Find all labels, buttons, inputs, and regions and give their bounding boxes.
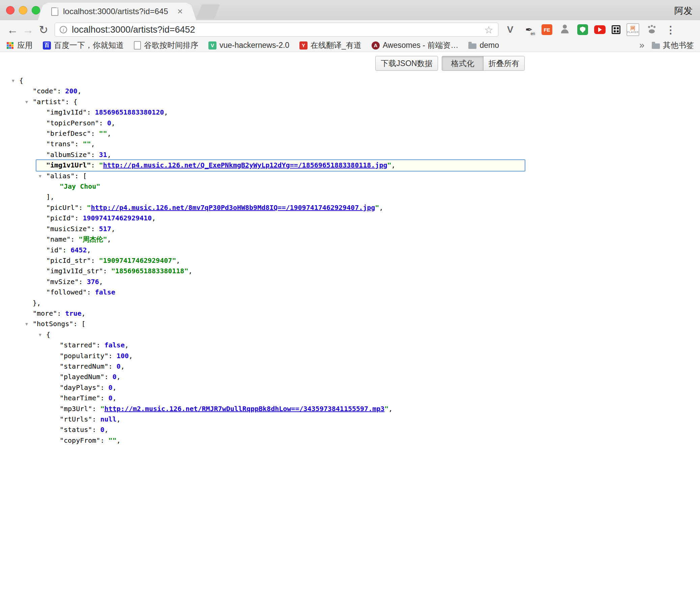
json-token: "mp3Url"	[60, 405, 92, 413]
translate-pen-extension-icon[interactable]: ✒ en	[523, 23, 535, 36]
json-token: "popularity"	[60, 352, 109, 360]
youtube-extension-icon[interactable]	[594, 25, 606, 34]
bookmarks-right-group: » 其他书签	[639, 40, 694, 51]
baidu-icon: 百	[43, 41, 51, 50]
json-view: ▼{"code": 200,▼"artist": {"img1v1Id": 18…	[0, 75, 700, 446]
green-shield-extension-icon[interactable]	[577, 24, 588, 35]
json-token: :	[104, 373, 112, 381]
tab-close-icon[interactable]: ×	[177, 7, 183, 16]
json-token: ,	[129, 352, 133, 360]
json-line: "starredNum": 0,	[0, 361, 700, 372]
v-extension-icon[interactable]: V	[504, 23, 517, 36]
json-token: ,	[379, 204, 383, 212]
json-line: ▼"alias": [	[0, 171, 700, 181]
json-token: "周杰伦"	[79, 235, 107, 243]
json-url-link[interactable]: http://m2.music.126.net/RMJR7wDullRqppBk…	[104, 405, 384, 413]
json-token: ,	[388, 405, 392, 413]
forward-button[interactable]: →	[20, 24, 36, 35]
bookmark-youdao-translate[interactable]: Y 在线翻译_有道	[299, 40, 361, 51]
json-token: 100	[117, 352, 129, 360]
person-extension-icon[interactable]	[558, 23, 571, 36]
json-token: :	[91, 129, 99, 137]
bookmark-apps[interactable]: 应用	[6, 40, 33, 51]
json-url-link[interactable]: http://p4.music.126.net/Q_ExePNkmgB2yWyL…	[103, 161, 387, 169]
json-token: "19097417462929407"	[99, 256, 176, 265]
bookmark-star-icon[interactable]: ☆	[484, 24, 493, 36]
close-window-button[interactable]	[6, 6, 14, 14]
json-token: "	[99, 161, 103, 169]
json-token: :	[99, 119, 107, 127]
page-info-icon[interactable]: i	[60, 26, 67, 33]
json-token: ,	[117, 415, 121, 423]
json-token: "topicPerson"	[46, 119, 99, 127]
bookmark-label: 应用	[17, 40, 33, 51]
folder-icon	[468, 43, 476, 49]
json-token: "	[87, 204, 91, 212]
json-token: ,	[99, 278, 103, 286]
json-token: :	[91, 256, 99, 265]
address-bar[interactable]: i localhost:3000/artists?id=6452 ☆	[55, 23, 498, 37]
bookmark-label: vue-hackernews-2.0	[220, 41, 289, 50]
bookmark-google-sort[interactable]: 谷歌按时间排序	[134, 40, 198, 51]
json-token: :	[100, 436, 108, 444]
json-token: ,	[117, 436, 121, 444]
json-token: "img1v1Id_str"	[46, 267, 103, 275]
minimize-window-button[interactable]	[19, 6, 27, 14]
bookmark-vue-hackernews[interactable]: V vue-hackernews-2.0	[208, 41, 289, 50]
page-content: 下载JSON数据 格式化 折叠所有 ▼{"code": 200,▼"artist…	[0, 52, 700, 446]
bookmarks-overflow-icon[interactable]: »	[639, 40, 644, 51]
json-token: "name"	[46, 235, 70, 243]
json-token: :	[79, 204, 87, 212]
json-url-link[interactable]: http://p4.music.126.net/8mv7qP30Pd3oHW8b…	[91, 204, 375, 212]
document-icon	[134, 41, 141, 50]
json-token: "starredNum"	[60, 362, 109, 370]
json-token: "id"	[46, 246, 62, 254]
json-line: ▼{	[0, 330, 700, 340]
json-line: "picUrl": "http://p4.music.126.net/8mv7q…	[0, 203, 700, 213]
profile-name[interactable]: 阿发	[674, 5, 693, 17]
json-line: "playedNum": 0,	[0, 372, 700, 382]
json-token: "picId"	[46, 214, 75, 222]
json-line: "code": 200,	[0, 86, 700, 96]
json-token: {	[19, 76, 23, 85]
bookmark-label: 在线翻译_有道	[311, 40, 361, 51]
json-token: true	[65, 309, 81, 317]
collapse-toggle-icon[interactable]: ▼	[36, 171, 44, 181]
browser-menu-button[interactable]: ⋮	[664, 23, 677, 36]
music-player-extension-icon[interactable]: 网 PLAYER	[626, 23, 639, 36]
en-badge: en	[530, 31, 535, 36]
extension-icons-row: V ✒ en FE 网 PLAYE	[504, 23, 677, 36]
fe-extension-icon[interactable]: FE	[542, 24, 552, 35]
reload-button[interactable]: ↻	[36, 24, 51, 35]
fe-label: FE	[544, 27, 550, 33]
json-line: "dayPlays": 0,	[0, 382, 700, 393]
bookmark-demo-folder[interactable]: demo	[468, 41, 499, 50]
fullscreen-window-button[interactable]	[32, 6, 40, 14]
json-token: :	[92, 415, 100, 423]
other-bookmarks-folder[interactable]: 其他书签	[652, 40, 694, 51]
json-token: "img1v1Url"	[46, 161, 91, 169]
collapse-toggle-icon[interactable]: ▼	[36, 330, 44, 340]
active-tab[interactable]: localhost:3000/artists?id=645 ×	[45, 3, 189, 20]
bookmark-label: 谷歌按时间排序	[144, 40, 198, 51]
url-text[interactable]: localhost:3000/artists?id=6452	[72, 25, 484, 35]
qr-extension-icon[interactable]	[612, 25, 620, 34]
collapse-all-button[interactable]: 折叠所有	[483, 56, 525, 71]
collapse-toggle-icon[interactable]: ▼	[9, 75, 17, 86]
json-token: :	[100, 394, 108, 402]
bookmark-baidu[interactable]: 百 百度一下，你就知道	[43, 40, 124, 51]
json-token: "img1v1Id"	[46, 108, 87, 116]
json-token: 18569651883380120	[95, 108, 164, 116]
vue-icon: V	[208, 41, 216, 50]
json-token: :	[109, 352, 117, 360]
format-button[interactable]: 格式化	[442, 56, 484, 71]
collapse-toggle-icon[interactable]: ▼	[23, 97, 30, 107]
paw-extension-icon[interactable]	[645, 23, 658, 36]
json-line: "topicPerson": 0,	[0, 118, 700, 128]
new-tab-button[interactable]	[196, 4, 220, 19]
collapse-toggle-icon[interactable]: ▼	[23, 319, 30, 329]
back-button[interactable]: ←	[5, 24, 20, 35]
download-json-button[interactable]: 下载JSON数据	[375, 56, 438, 71]
bookmark-awesomes[interactable]: A Awesomes - 前端资…	[372, 40, 459, 51]
json-token: :	[79, 278, 87, 286]
